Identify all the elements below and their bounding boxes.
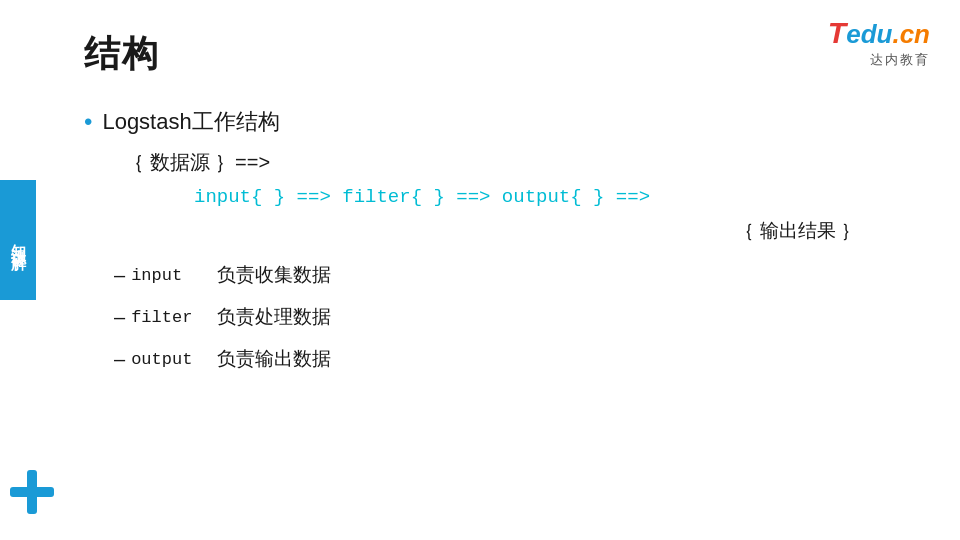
list-code: filter <box>131 308 201 327</box>
list-item: – filter 负责处理数据 <box>114 304 920 330</box>
list-desc: 负责收集数据 <box>217 262 331 288</box>
bullet-item: • Logstash工作结构 <box>84 107 920 137</box>
list-item: – input 负责收集数据 <box>114 262 920 288</box>
flow-line-1: ｛ 数据源 ｝==> <box>124 149 920 176</box>
main-content: 结构 // Will be handled below • Logstash工作… <box>44 0 960 540</box>
list-code: input <box>131 266 201 285</box>
bullet-text: Logstash工作结构 <box>102 107 279 137</box>
list-section: – input 负责收集数据 – filter 负责处理数据 – output … <box>114 262 920 372</box>
list-item: – output 负责输出数据 <box>114 346 920 372</box>
bullet-section: • Logstash工作结构 <box>84 107 920 137</box>
list-desc: 负责输出数据 <box>217 346 331 372</box>
list-code: output <box>131 350 201 369</box>
page-title: 结构 <box>84 30 920 79</box>
bullet-dot: • <box>84 108 92 136</box>
flow-section: ｛ 数据源 ｝==> input{ } ==> filter{ } ==> ou… <box>114 149 920 244</box>
flow-input: input{ } ==> filter{ } ==> output{ } ==> <box>194 186 650 208</box>
sidebar-tab: 知识讲解 <box>0 180 36 300</box>
list-dash: – <box>114 306 125 329</box>
flow-line-3: ｛ 输出结果 ｝ <box>114 218 860 244</box>
plus-icon <box>10 470 54 514</box>
flow-line-2: input{ } ==> filter{ } ==> output{ } ==> <box>194 186 920 208</box>
list-dash: – <box>114 348 125 371</box>
bottom-icon <box>10 470 60 520</box>
list-desc: 负责处理数据 <box>217 304 331 330</box>
plus-vertical <box>27 470 37 514</box>
list-dash: – <box>114 264 125 287</box>
